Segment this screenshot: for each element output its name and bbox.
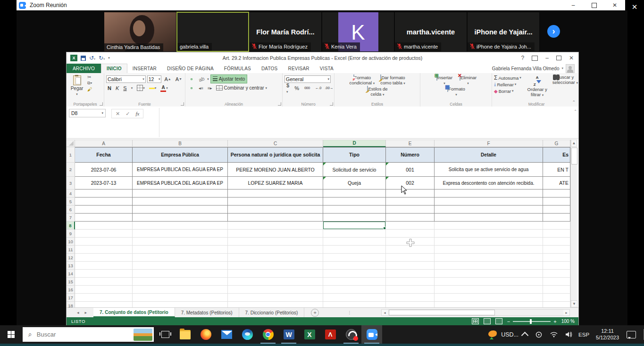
excel-logo-icon[interactable]: X: [70, 55, 77, 61]
cell-E3[interactable]: 002: [386, 177, 435, 189]
cell-E10[interactable]: [386, 238, 435, 246]
cell-A4[interactable]: [75, 189, 133, 198]
close-button[interactable]: ✕: [604, 0, 625, 10]
cell-G7[interactable]: [543, 214, 570, 222]
row-header-8[interactable]: 8: [67, 222, 75, 230]
cell-G9[interactable]: [543, 230, 570, 238]
cell-D3[interactable]: Queja: [323, 177, 386, 189]
language-indicator[interactable]: ESP: [578, 332, 589, 338]
bold-button[interactable]: N: [106, 85, 113, 91]
taskbar-clock[interactable]: 12:11 5/12/2023: [596, 328, 619, 341]
cell-C11[interactable]: [228, 246, 323, 254]
cell-B13[interactable]: [133, 262, 228, 270]
cell-F10[interactable]: [435, 238, 543, 246]
sheet-tab-2[interactable]: 7. Metadatos (Petitorios): [175, 308, 239, 317]
ribbon-tab-insertar[interactable]: INSERTAR: [127, 64, 162, 73]
delete-cells-button[interactable]: ✕ Eliminar▾: [457, 74, 479, 86]
row-header-16[interactable]: 16: [67, 286, 75, 294]
help-icon[interactable]: ?: [521, 55, 525, 61]
new-sheet-button[interactable]: +: [311, 309, 319, 317]
decrease-decimal-icon[interactable]: .00→: [325, 86, 335, 90]
cell-A18[interactable]: [75, 302, 133, 307]
cell-C5[interactable]: [228, 198, 323, 206]
currency-icon[interactable]: $ ▾: [284, 82, 291, 94]
taskbar-app-firefox[interactable]: [195, 325, 216, 344]
ribbon-tab-f-rmulas[interactable]: FÓRMULAS: [219, 64, 256, 73]
cell-A10[interactable]: [75, 238, 133, 246]
formula-input[interactable]: [159, 108, 572, 137]
align-bottom-icon[interactable]: [194, 78, 196, 80]
cell-E1[interactable]: Número: [386, 147, 435, 163]
font-name-combo[interactable]: Calibri▾: [106, 75, 146, 83]
cell-G4[interactable]: [543, 189, 570, 198]
cell-D8[interactable]: [323, 222, 386, 230]
row-header-7[interactable]: 7: [67, 214, 75, 222]
prev-sheet-icon[interactable]: ◂: [77, 310, 79, 315]
row-header-3[interactable]: 3: [67, 177, 75, 189]
cell-A3[interactable]: 2023-07-13: [75, 177, 133, 189]
scroll-left-icon[interactable]: ◂: [382, 310, 388, 315]
cell-styles-button[interactable]: Estilos de celda ▾: [366, 86, 389, 97]
minimize-button[interactable]: –: [563, 0, 584, 10]
cell-C1[interactable]: Persona natural o jurídica que solicita: [228, 147, 323, 163]
volume-icon[interactable]: [565, 331, 573, 338]
format-cells-button[interactable]: ▦ Formato▾: [445, 86, 468, 97]
cell-F16[interactable]: [435, 286, 543, 294]
select-all-corner[interactable]: [67, 140, 75, 147]
increase-decimal-icon[interactable]: ←.0: [313, 86, 324, 90]
merge-center-button[interactable]: Combinar y centrar▾: [215, 85, 268, 91]
cell-A16[interactable]: [75, 286, 133, 294]
cell-D14[interactable]: [323, 270, 386, 278]
cell-G17[interactable]: [543, 294, 570, 302]
horizontal-scroll-thumb[interactable]: [389, 310, 495, 315]
zoom-out-icon[interactable]: −: [507, 319, 510, 324]
fill-color-icon[interactable]: ▾: [148, 86, 158, 90]
cell-C7[interactable]: [228, 214, 323, 222]
row-header-18[interactable]: 18: [67, 302, 75, 307]
cell-B4[interactable]: [133, 189, 228, 198]
cell-E16[interactable]: [386, 286, 435, 294]
row-header-5[interactable]: 5: [67, 198, 75, 206]
cell-D4[interactable]: [323, 189, 386, 198]
row-header-2[interactable]: 2: [67, 163, 75, 177]
increase-indent-icon[interactable]: ≡▸: [206, 86, 214, 91]
wrap-text-button[interactable]: Ajustar texto: [210, 74, 248, 83]
cell-B5[interactable]: [133, 198, 228, 206]
insert-function-icon[interactable]: fx: [135, 111, 139, 116]
cell-D12[interactable]: [323, 254, 386, 262]
cell-D13[interactable]: [323, 262, 386, 270]
cell-G16[interactable]: [543, 286, 570, 294]
cell-A7[interactable]: [75, 214, 133, 222]
cell-F8[interactable]: [435, 222, 543, 230]
cell-A5[interactable]: [75, 198, 133, 206]
cell-D9[interactable]: [323, 230, 386, 238]
cell-G2[interactable]: EN T: [543, 163, 570, 177]
cell-B7[interactable]: [133, 214, 228, 222]
sheet-nav-arrows[interactable]: ◂ ▸: [67, 308, 93, 317]
close-video-strip-button[interactable]: ✕: [628, 2, 641, 12]
number-dialog-launcher[interactable]: [330, 102, 333, 106]
hidden-icons-chevron[interactable]: [522, 331, 527, 338]
cell-D11[interactable]: [323, 246, 386, 254]
save-icon[interactable]: [81, 56, 86, 61]
align-middle-icon[interactable]: [191, 78, 192, 80]
horizontal-scrollbar[interactable]: ◂ ▸: [381, 309, 570, 316]
taskbar-app-word[interactable]: W: [278, 325, 299, 344]
normal-view-icon[interactable]: [472, 318, 479, 324]
cell-E15[interactable]: [386, 278, 435, 286]
cell-C14[interactable]: [228, 270, 323, 278]
cell-C10[interactable]: [228, 238, 323, 246]
ribbon-tab-archivo[interactable]: ARCHIVO: [67, 64, 101, 73]
cell-F4[interactable]: [435, 189, 543, 198]
zoom-slider[interactable]: − +: [507, 319, 557, 324]
maximize-button[interactable]: [584, 0, 604, 10]
search-input[interactable]: [36, 330, 113, 338]
cell-F13[interactable]: [435, 262, 543, 270]
ribbon-tab-datos[interactable]: DATOS: [256, 64, 283, 73]
cell-D6[interactable]: [323, 206, 386, 214]
cell-G12[interactable]: [543, 254, 570, 262]
column-header-F[interactable]: F: [435, 140, 543, 147]
cell-C6[interactable]: [228, 206, 323, 214]
zoom-level[interactable]: 100 %: [561, 319, 575, 324]
cell-B11[interactable]: [133, 246, 228, 254]
